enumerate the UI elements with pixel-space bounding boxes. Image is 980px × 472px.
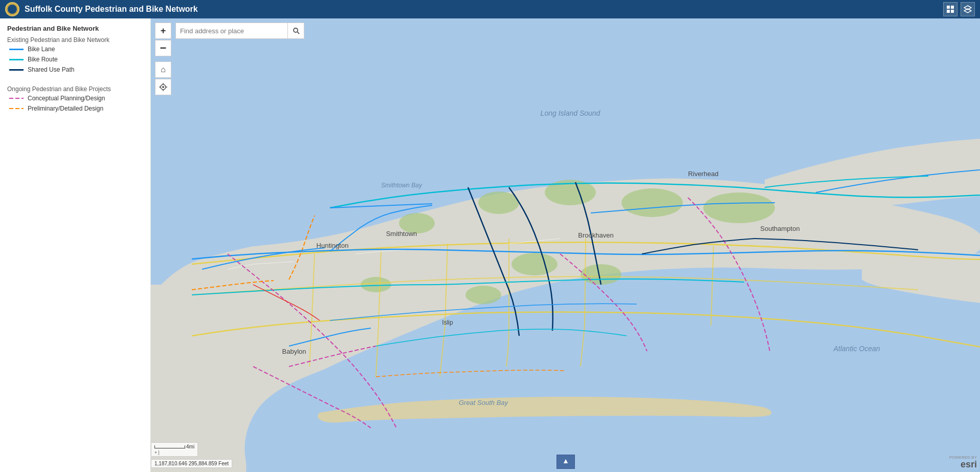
- scale-label: 4mi: [186, 444, 194, 449]
- svg-text:Long Island Sound: Long Island Sound: [541, 109, 601, 117]
- legend-item-bike-route: Bike Route: [9, 56, 143, 63]
- layers-icon-button[interactable]: [961, 2, 975, 16]
- svg-line-35: [297, 32, 299, 34]
- preliminary-label: Preliminary/Detailed Design: [28, 105, 103, 112]
- locate-button[interactable]: [155, 79, 171, 95]
- map-search: [175, 23, 304, 39]
- svg-point-15: [361, 277, 391, 292]
- svg-text:Great South Bay: Great South Bay: [459, 399, 509, 406]
- svg-point-10: [621, 188, 683, 217]
- sidebar-existing-title: Existing Pedestrian and Bike Network: [7, 36, 143, 44]
- svg-text:Smithtown: Smithtown: [386, 230, 417, 238]
- svg-rect-2: [947, 10, 950, 13]
- search-button[interactable]: [288, 23, 304, 39]
- bike-route-label: Bike Route: [28, 56, 58, 63]
- svg-text:Huntington: Huntington: [317, 242, 349, 249]
- bike-lane-label: Bike Lane: [28, 46, 55, 53]
- grid-icon-button[interactable]: [943, 2, 957, 16]
- svg-text:Atlantic Ocean: Atlantic Ocean: [833, 345, 880, 353]
- conceptual-line: [9, 98, 24, 99]
- svg-rect-3: [951, 10, 954, 13]
- svg-text:Brookhaven: Brookhaven: [578, 231, 613, 239]
- bike-lane-line: [9, 49, 24, 50]
- search-input[interactable]: [175, 23, 288, 39]
- map-controls: + − ⌂: [155, 23, 171, 95]
- bike-route-line: [9, 59, 24, 60]
- svg-text:Islip: Islip: [442, 319, 453, 326]
- svg-text:Smithtown Bay: Smithtown Bay: [381, 182, 422, 189]
- app-title: Suffolk County Pedestrian and Bike Netwo…: [25, 5, 943, 14]
- sidebar: Pedestrian and Bike Network Existing Ped…: [0, 18, 151, 472]
- svg-rect-0: [947, 6, 950, 9]
- app-header: Suffolk County Pedestrian and Bike Netwo…: [0, 0, 980, 18]
- legend-item-preliminary: Preliminary/Detailed Design: [9, 105, 143, 112]
- scale-bar: 4mi + |: [151, 442, 198, 457]
- app-logo: [5, 2, 19, 16]
- esri-name: esri: [949, 460, 977, 469]
- header-icons: [943, 2, 975, 16]
- main-layout: Pedestrian and Bike Network Existing Ped…: [0, 18, 980, 472]
- sidebar-main-title: Pedestrian and Bike Network: [7, 25, 143, 32]
- zoom-in-button[interactable]: +: [155, 23, 171, 39]
- svg-rect-1: [951, 6, 954, 9]
- preliminary-line: [9, 108, 24, 109]
- legend-item-conceptual: Conceptual Planning/Design: [9, 95, 143, 102]
- svg-point-34: [294, 28, 298, 32]
- sidebar-ongoing-title: Ongoing Pedestrian and Bike Projects: [7, 85, 143, 93]
- esri-logo: POWERED BY esri: [949, 455, 977, 469]
- svg-text:Babylon: Babylon: [282, 348, 306, 355]
- logo-inner: [7, 4, 17, 14]
- coordinates-text: 1,187,810.646 295,884.859 Feet: [154, 461, 229, 466]
- legend-item-shared-path: Shared Use Path: [9, 66, 143, 73]
- svg-point-11: [703, 192, 775, 223]
- conceptual-label: Conceptual Planning/Design: [28, 95, 105, 102]
- zoom-out-button[interactable]: −: [155, 40, 171, 56]
- svg-text:Southampton: Southampton: [760, 225, 799, 232]
- shared-path-line: [9, 69, 24, 71]
- svg-point-29: [162, 86, 164, 88]
- svg-point-12: [511, 253, 558, 275]
- svg-point-14: [465, 286, 501, 304]
- nav-arrows: ▼: [556, 455, 575, 469]
- coordinates-bar: 1,187,810.646 295,884.859 Feet: [151, 459, 232, 468]
- map-nav-up[interactable]: ▼: [556, 455, 575, 469]
- shared-path-label: Shared Use Path: [28, 66, 74, 73]
- sidebar-collapse-button[interactable]: ◀: [150, 235, 151, 255]
- svg-point-8: [478, 191, 519, 214]
- map-container[interactable]: Long Island Sound Smithtown Bay Atlantic…: [151, 18, 980, 472]
- legend-item-bike-lane: Bike Lane: [9, 46, 143, 53]
- home-button[interactable]: ⌂: [155, 61, 171, 78]
- svg-text:Riverhead: Riverhead: [688, 170, 718, 178]
